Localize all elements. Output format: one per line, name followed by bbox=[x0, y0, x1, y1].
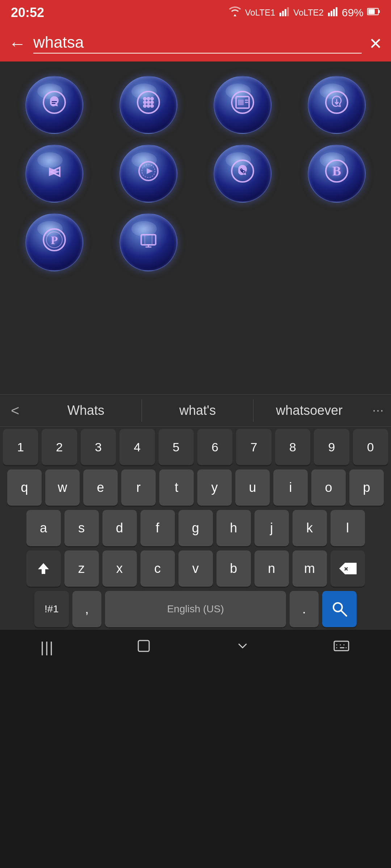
app-item-whatsapp[interactable] bbox=[11, 76, 98, 134]
key-n[interactable]: n bbox=[255, 550, 289, 587]
key-i[interactable]: i bbox=[273, 469, 308, 506]
nav-keyboard-icon[interactable] bbox=[332, 637, 350, 659]
nav-back-icon[interactable]: ||| bbox=[41, 639, 54, 656]
keyboard-row-1: q w e r t y u i o p bbox=[0, 467, 391, 508]
app-item-wa-call[interactable] bbox=[199, 145, 286, 203]
battery-text: 69% bbox=[342, 7, 363, 19]
svg-rect-0 bbox=[279, 13, 281, 16]
key-search[interactable] bbox=[322, 591, 357, 627]
nav-recent-icon[interactable] bbox=[234, 637, 252, 659]
signal-bars-2 bbox=[327, 6, 338, 20]
key-2[interactable]: 2 bbox=[42, 429, 77, 465]
svg-point-15 bbox=[150, 97, 154, 101]
key-7[interactable]: 7 bbox=[236, 429, 271, 465]
key-space[interactable]: English (US) bbox=[105, 591, 286, 627]
svg-marker-31 bbox=[147, 168, 153, 174]
app-item-share[interactable] bbox=[11, 145, 98, 203]
key-s[interactable]: s bbox=[64, 510, 99, 546]
search-bar: ← whatsa ✕ bbox=[0, 25, 391, 61]
key-r[interactable]: r bbox=[121, 469, 156, 506]
key-l[interactable]: l bbox=[331, 510, 365, 546]
status-icons: VoLTE1 VoLTE2 69% bbox=[228, 6, 380, 20]
key-o[interactable]: o bbox=[311, 469, 346, 506]
search-input[interactable]: whatsa bbox=[33, 33, 362, 54]
key-t[interactable]: t bbox=[159, 469, 194, 506]
app-icon-wa-grid[interactable] bbox=[119, 76, 177, 134]
key-z[interactable]: z bbox=[64, 550, 99, 587]
app-icon-wa-card[interactable] bbox=[214, 76, 272, 134]
app-item-wa-grid[interactable] bbox=[105, 76, 192, 134]
key-9[interactable]: 9 bbox=[314, 429, 349, 465]
app-item-wa-screen[interactable] bbox=[105, 213, 192, 271]
status-time: 20:52 bbox=[11, 5, 44, 20]
app-item-wa-dl[interactable] bbox=[293, 76, 380, 134]
key-backspace[interactable] bbox=[331, 550, 365, 587]
key-q[interactable]: q bbox=[7, 469, 42, 506]
wa-screen-icon bbox=[134, 225, 163, 260]
app-item-wa-play[interactable] bbox=[105, 145, 192, 203]
app-icon-wa-business[interactable]: B bbox=[308, 145, 366, 203]
key-shift[interactable] bbox=[26, 550, 61, 587]
svg-point-13 bbox=[143, 97, 147, 101]
app-icon-wa-play[interactable] bbox=[119, 145, 177, 203]
key-d[interactable]: d bbox=[102, 510, 137, 546]
svg-rect-10 bbox=[368, 9, 375, 14]
wa-p-icon: P bbox=[40, 225, 69, 260]
whatsapp-icon bbox=[40, 88, 69, 122]
key-comma[interactable]: , bbox=[72, 591, 101, 627]
wifi-icon bbox=[228, 6, 241, 20]
key-u[interactable]: u bbox=[235, 469, 270, 506]
key-5[interactable]: 5 bbox=[159, 429, 194, 465]
autocomplete-whats-apostrophe[interactable]: what's bbox=[142, 399, 254, 422]
app-icon-wa-dl[interactable] bbox=[308, 76, 366, 134]
key-a[interactable]: a bbox=[26, 510, 61, 546]
autocomplete-whatsoever[interactable]: whatsoever bbox=[253, 399, 365, 422]
share-icon bbox=[40, 157, 69, 191]
key-c[interactable]: c bbox=[140, 550, 175, 587]
signal-bars-1 bbox=[279, 6, 290, 20]
app-item-wa-p[interactable]: P bbox=[11, 213, 98, 271]
autocomplete-whats[interactable]: Whats bbox=[30, 399, 142, 422]
key-g[interactable]: g bbox=[178, 510, 213, 546]
key-v[interactable]: v bbox=[178, 550, 213, 587]
nav-home-icon[interactable] bbox=[135, 637, 153, 659]
autocomplete-more-icon[interactable]: ⋯ bbox=[365, 404, 391, 417]
keyboard-number-row: 1 2 3 4 5 6 7 8 9 0 bbox=[0, 427, 391, 467]
keyboard-row-3: z x c v b n m bbox=[0, 548, 391, 589]
wa-play-icon bbox=[134, 157, 163, 191]
key-m[interactable]: m bbox=[293, 550, 327, 587]
app-icon-share[interactable] bbox=[25, 145, 83, 203]
autocomplete-back-icon[interactable]: < bbox=[0, 403, 30, 419]
app-icon-wa-screen[interactable] bbox=[119, 213, 177, 271]
key-k[interactable]: k bbox=[293, 510, 327, 546]
key-1[interactable]: 1 bbox=[3, 429, 38, 465]
key-period[interactable]: . bbox=[290, 591, 319, 627]
wa-card-icon bbox=[228, 88, 257, 122]
key-h[interactable]: h bbox=[216, 510, 251, 546]
clear-button[interactable]: ✕ bbox=[369, 34, 382, 53]
key-y[interactable]: y bbox=[197, 469, 232, 506]
app-item-wa-business[interactable]: B bbox=[293, 145, 380, 203]
back-button[interactable]: ← bbox=[9, 34, 26, 54]
app-icon-wa-call[interactable] bbox=[214, 145, 272, 203]
key-x[interactable]: x bbox=[102, 550, 137, 587]
key-special[interactable]: !#1 bbox=[34, 591, 69, 627]
keyboard-row-4: !#1 , English (US) . bbox=[0, 589, 391, 629]
key-8[interactable]: 8 bbox=[275, 429, 310, 465]
key-b[interactable]: b bbox=[216, 550, 251, 587]
wa-dl-icon bbox=[322, 88, 351, 122]
key-e[interactable]: e bbox=[83, 469, 118, 506]
key-3[interactable]: 3 bbox=[81, 429, 116, 465]
app-icon-wa-p[interactable]: P bbox=[25, 213, 83, 271]
svg-point-20 bbox=[147, 104, 150, 108]
key-6[interactable]: 6 bbox=[197, 429, 232, 465]
key-4[interactable]: 4 bbox=[119, 429, 155, 465]
app-icon-whatsapp[interactable] bbox=[25, 76, 83, 134]
app-item-wa-card[interactable] bbox=[199, 76, 286, 134]
key-0[interactable]: 0 bbox=[353, 429, 388, 465]
status-bar: 20:52 VoLTE1 VoLTE2 bbox=[0, 0, 391, 25]
key-w[interactable]: w bbox=[45, 469, 80, 506]
key-j[interactable]: j bbox=[255, 510, 289, 546]
key-f[interactable]: f bbox=[140, 510, 175, 546]
key-p[interactable]: p bbox=[349, 469, 384, 506]
